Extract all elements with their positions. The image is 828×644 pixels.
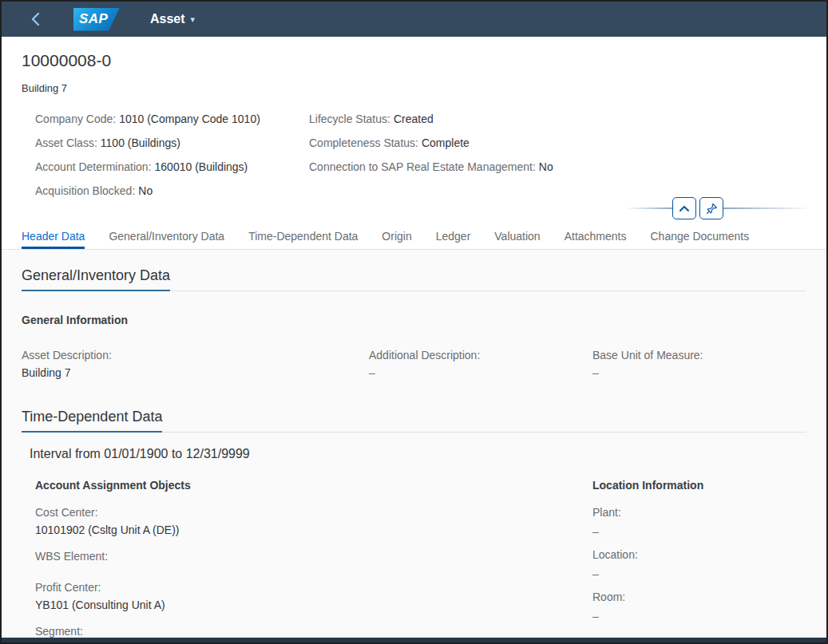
time-dependent-fields: Account Assignment Objects Cost Center: … <box>35 479 806 644</box>
interval-subsection-title: Interval from 01/01/1900 to 12/31/9999 <box>30 447 806 461</box>
header-divider-line <box>723 207 811 209</box>
pushpin-icon <box>706 203 718 215</box>
group-title-account-assignment: Account Assignment Objects <box>35 479 592 492</box>
fact-asset-class: Asset Class:1100 (Buildings) <box>35 131 309 155</box>
chevron-left-icon <box>30 12 42 26</box>
fact-lifecycle-status: Lifecycle Status:Created <box>309 107 806 131</box>
group-title-general-information: General Information <box>22 314 806 326</box>
app-title-label: Asset <box>150 12 185 26</box>
tab-ledger[interactable]: Ledger <box>436 223 471 249</box>
tab-valuation[interactable]: Valuation <box>494 223 540 249</box>
section-title-general-inventory: General/Inventory Data <box>22 267 170 291</box>
bottom-bar <box>2 638 826 642</box>
location-information-column: Location Information Plant: – Location: … <box>592 479 806 644</box>
field-cost-center: Cost Center: 10101902 (Csltg Unit A (DE)… <box>35 504 592 539</box>
general-information-fields: Asset Description: Building 7 Additional… <box>22 347 806 381</box>
tab-origin[interactable]: Origin <box>382 223 411 249</box>
pin-header-button[interactable] <box>699 197 723 219</box>
fact-company-code: Company Code:1010 (Company Code 1010) <box>35 107 309 131</box>
header-facts-right: Lifecycle Status:Created Completeness St… <box>309 107 806 203</box>
tab-header-data[interactable]: Header Data <box>22 223 85 249</box>
chevron-up-icon <box>679 204 690 212</box>
sap-logo[interactable]: SAP <box>73 8 120 31</box>
section-general-inventory-header: General/Inventory Data <box>22 267 806 291</box>
field-room: Room: – <box>592 589 806 626</box>
object-header: 10000008-0 Building 7 Company Code:1010 … <box>2 37 826 223</box>
object-id-title: 10000008-0 <box>22 51 806 70</box>
header-facts: Company Code:1010 (Company Code 1010) As… <box>35 107 806 203</box>
section-time-dependent-header: Time-Dependent Data <box>22 409 806 433</box>
header-divider-line <box>626 207 672 209</box>
field-profit-center: Profit Center: YB101 (Consulting Unit A) <box>35 579 592 614</box>
header-facts-left: Company Code:1010 (Company Code 1010) As… <box>35 107 309 203</box>
shell-bar: SAP Asset ▾ <box>2 2 826 37</box>
fact-completeness-status: Completeness Status:Complete <box>309 131 806 155</box>
group-title-location-information: Location Information <box>592 479 806 492</box>
back-button[interactable] <box>24 7 48 31</box>
header-actions <box>626 197 811 219</box>
field-additional-description: Additional Description: – <box>369 347 592 381</box>
section-title-time-dependent: Time-Dependent Data <box>22 409 162 433</box>
sap-logo-text: SAP <box>79 11 108 27</box>
app-title-menu[interactable]: Asset ▾ <box>150 12 195 26</box>
page-content: General/Inventory Data General Informati… <box>2 250 826 644</box>
field-location: Location: – <box>592 547 806 584</box>
fact-account-determination: Account Determination:160010 (Buildings) <box>35 155 309 179</box>
section-general-inventory-body: General Information Asset Description: B… <box>22 314 806 381</box>
tab-time-dependent-data[interactable]: Time-Dependent Data <box>248 223 358 249</box>
account-assignment-column: Account Assignment Objects Cost Center: … <box>35 479 592 644</box>
tab-change-documents[interactable]: Change Documents <box>650 223 749 249</box>
object-subtitle: Building 7 <box>22 82 806 94</box>
chevron-down-icon: ▾ <box>191 14 196 25</box>
tab-attachments[interactable]: Attachments <box>565 223 627 249</box>
fact-acquisition-blocked: Acquisition Blocked:No <box>35 179 309 203</box>
field-wbs-element: WBS Element: <box>35 548 592 565</box>
fact-rem-connection: Connection to SAP Real Estate Management… <box>309 155 806 179</box>
field-asset-description: Asset Description: Building 7 <box>22 347 369 381</box>
field-plant: Plant: – <box>592 504 806 542</box>
app-window: SAP Asset ▾ 10000008-0 Building 7 Compan… <box>0 0 828 644</box>
tab-general-inventory-data[interactable]: General/Inventory Data <box>109 223 224 249</box>
field-base-unit-of-measure: Base Unit of Measure: – <box>592 347 806 381</box>
anchor-tab-bar: Header Data General/Inventory Data Time-… <box>2 223 826 250</box>
collapse-header-button[interactable] <box>672 197 696 219</box>
